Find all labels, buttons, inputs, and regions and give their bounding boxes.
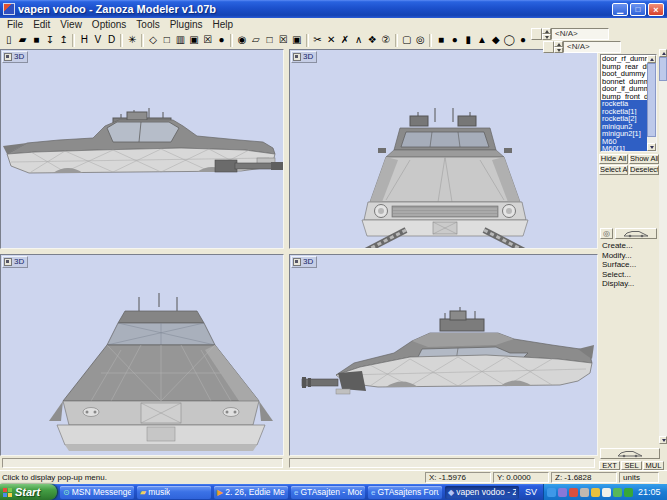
viewport-top-right[interactable]: 3D — [289, 49, 598, 249]
scene-node-item[interactable]: rocketla[1] — [601, 108, 647, 116]
bones-icon[interactable]: ∧ — [352, 33, 366, 48]
car-preview-button-bottom[interactable] — [600, 448, 660, 459]
open-icon[interactable]: ▰ — [16, 33, 30, 48]
minimize-button[interactable]: ▁ — [612, 3, 628, 16]
scroll-up-icon[interactable] — [647, 55, 656, 63]
marquee-icon[interactable]: ▢ — [400, 33, 414, 48]
poly-select-icon[interactable]: ◇ — [146, 33, 160, 48]
list-scrollbar[interactable] — [647, 55, 656, 151]
knife-icon[interactable]: ✂ — [311, 33, 325, 48]
scene-node-item[interactable]: bump_rear_dummy — [601, 63, 647, 71]
panel-menu-item[interactable]: Create... — [598, 241, 658, 251]
taskbar-gtasajten[interactable]: e GTAsajten - Mod... — [291, 486, 365, 499]
scene-node-item[interactable]: minigun2[1] — [601, 130, 647, 138]
sphere-primitive-icon[interactable]: ● — [448, 33, 462, 48]
viewport-mode-chip[interactable]: 3D — [291, 51, 317, 63]
viewport-top-left[interactable]: 3D — [0, 49, 284, 249]
taskbar-musik[interactable]: ▰ musik — [137, 486, 211, 499]
d-view-icon[interactable]: D — [105, 33, 119, 48]
start-button[interactable]: Start — [0, 484, 57, 500]
viewport-bottom-left[interactable]: 3D — [0, 254, 284, 456]
combo-check-icon[interactable] — [531, 28, 542, 40]
scene-node-item[interactable]: door_rf_dummy — [601, 55, 647, 63]
scene-node-item[interactable]: boot_dummy — [601, 70, 647, 78]
save-icon[interactable]: ■ — [29, 33, 43, 48]
panel-menu-item[interactable]: Select... — [598, 270, 658, 280]
car-model-side-view[interactable] — [1, 50, 283, 248]
menu-item[interactable]: View — [55, 18, 87, 31]
viewport-bottom-right[interactable]: 3D — [289, 254, 598, 456]
spin-down-icon[interactable] — [554, 47, 563, 53]
shaded-cube-icon[interactable]: ▥ — [174, 33, 188, 48]
mode-button[interactable]: EXT — [599, 461, 620, 470]
car-model-side-view-left[interactable] — [290, 255, 597, 455]
close-button[interactable]: × — [648, 3, 664, 16]
scrollbar-thumb[interactable] — [659, 57, 667, 81]
h-view-icon[interactable]: H — [77, 33, 91, 48]
spin-down-icon[interactable] — [542, 34, 551, 40]
tray-chat-icon[interactable] — [602, 488, 611, 497]
car-model-rear-view[interactable] — [1, 255, 283, 455]
export-icon[interactable]: ↥ — [57, 33, 71, 48]
taskbar-msn-messenger[interactable]: ⊙ MSN Messenger — [60, 486, 134, 499]
taskbar-gtasajtens-forum[interactable]: e GTAsajtens Foru... — [368, 486, 442, 499]
horizontal-track-right[interactable] — [289, 458, 595, 468]
scroll-down-icon[interactable] — [647, 143, 656, 151]
menu-item[interactable]: Help — [208, 18, 239, 31]
box-primitive-icon[interactable]: ■ — [434, 33, 448, 48]
panel-menu-item[interactable]: Display... — [598, 279, 658, 289]
zoom-icon[interactable]: ◉ — [235, 33, 249, 48]
horizontal-track-left[interactable] — [2, 458, 283, 468]
scene-nodes-list[interactable]: door_rf_dummybump_rear_dummyboot_dummybo… — [600, 54, 657, 152]
scene-node-item[interactable]: M60 — [601, 138, 647, 146]
taskbar-zmodeler[interactable]: ◆ vapen vodoo - Z... — [445, 486, 519, 499]
clip-box-icon[interactable]: ☒ — [276, 33, 290, 48]
menu-item[interactable]: Edit — [28, 18, 55, 31]
view-box-icon[interactable]: □ — [263, 33, 277, 48]
viewport-mode-chip[interactable]: 3D — [2, 256, 28, 268]
menu-item[interactable]: Tools — [131, 18, 164, 31]
panel-button[interactable]: Show All — [629, 154, 659, 164]
blob-primitive-icon[interactable]: ● — [516, 33, 530, 48]
menu-item[interactable]: File — [2, 18, 28, 31]
torus-primitive-icon[interactable]: ◯ — [503, 33, 517, 48]
panel-button[interactable]: Select All — [599, 165, 628, 175]
combo-check-icon[interactable] — [543, 41, 554, 53]
delete-cube-icon[interactable]: ☒ — [201, 33, 215, 48]
tray-antivirus-icon[interactable] — [569, 488, 578, 497]
rotate-icon[interactable]: ✗ — [338, 33, 352, 48]
scene-node-item[interactable]: M60[1] — [601, 145, 647, 151]
car-model-front-view[interactable] — [290, 50, 597, 248]
language-indicator[interactable]: SV — [521, 487, 541, 497]
pan-icon[interactable]: ▱ — [249, 33, 263, 48]
title-bar[interactable]: vapen vodoo - Zanoza Modeler v1.07b ▁□× — [0, 0, 667, 18]
pyramid-primitive-icon[interactable]: ◆ — [489, 33, 503, 48]
tray-display-icon[interactable] — [558, 488, 567, 497]
menu-item[interactable]: Plugins — [165, 18, 208, 31]
mode-button[interactable]: SEL — [621, 461, 642, 470]
cylinder-primitive-icon[interactable]: ▮ — [462, 33, 476, 48]
axes-icon[interactable]: ✳ — [125, 33, 139, 48]
tray-update-icon[interactable] — [580, 488, 589, 497]
scene-node-item[interactable]: rocketla[2] — [601, 115, 647, 123]
texture-box-icon[interactable]: ▣ — [290, 33, 304, 48]
import-icon[interactable]: ↧ — [43, 33, 57, 48]
scroll-down-icon[interactable] — [659, 436, 667, 444]
mode-button[interactable]: MUL — [643, 461, 664, 470]
scale-icon[interactable]: ✕ — [324, 33, 338, 48]
tray-users-icon[interactable] — [613, 488, 622, 497]
attach-icon[interactable]: ❖ — [365, 33, 379, 48]
pivot-toggle-button[interactable]: ◎ — [600, 228, 613, 239]
solid-cube-icon[interactable]: ▣ — [187, 33, 201, 48]
combo-field-1[interactable]: <N/A> — [551, 28, 609, 40]
scene-node-item[interactable]: minigun2 — [601, 123, 647, 131]
scrollbar-thumb[interactable] — [647, 63, 656, 137]
cone-primitive-icon[interactable]: ▲ — [475, 33, 489, 48]
wire-cube-icon[interactable]: □ — [160, 33, 174, 48]
scroll-up-icon[interactable] — [659, 49, 667, 57]
spinner-1[interactable] — [542, 28, 551, 40]
panel-button[interactable]: Deselect — [629, 165, 659, 175]
menu-item[interactable]: Options — [87, 18, 131, 31]
pivot-icon[interactable]: ◎ — [413, 33, 427, 48]
restore-button[interactable]: □ — [630, 3, 646, 16]
